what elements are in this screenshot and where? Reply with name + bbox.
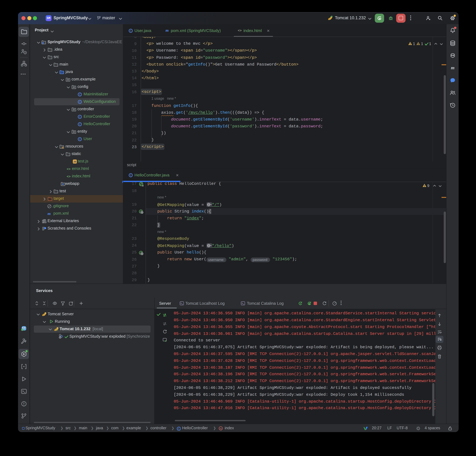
- svg-text:m: m: [220, 427, 222, 430]
- svg-text:C: C: [79, 115, 81, 118]
- svg-text:JS: JS: [73, 160, 76, 163]
- svg-text:C: C: [79, 100, 81, 103]
- svg-text:<>: <>: [67, 167, 70, 171]
- svg-text:?: ?: [24, 52, 26, 54]
- svg-text:C: C: [79, 138, 81, 141]
- svg-text:<>: <>: [67, 175, 70, 178]
- svg-text:<>: <>: [238, 29, 242, 33]
- svg-text:m: m: [165, 28, 169, 33]
- svg-text:m: m: [451, 65, 454, 70]
- svg-text:C: C: [130, 29, 132, 32]
- svg-text:m: m: [47, 211, 51, 216]
- svg-text:C: C: [130, 174, 132, 177]
- svg-text:C: C: [178, 427, 180, 430]
- svg-text:C: C: [79, 93, 81, 96]
- svg-text:C: C: [79, 123, 81, 126]
